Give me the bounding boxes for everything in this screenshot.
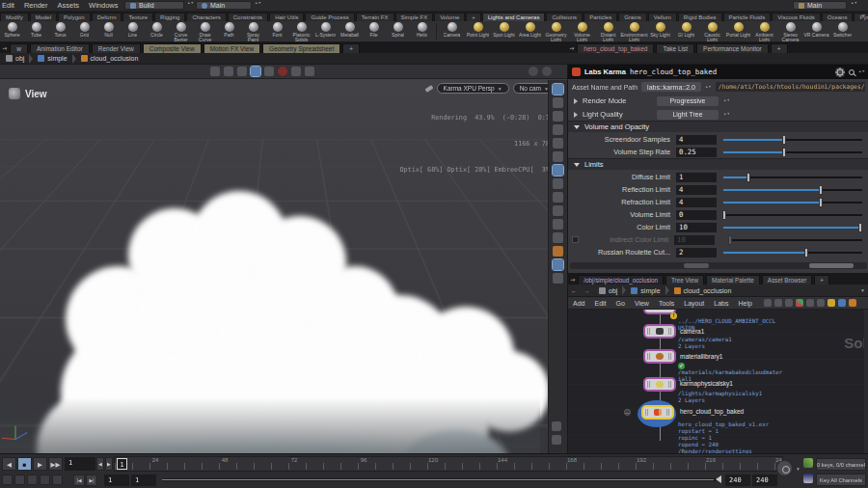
net-menu-help[interactable]: Help xyxy=(733,300,756,307)
breadcrumb-cloud-occlusion[interactable]: cloud_occlusion xyxy=(91,55,139,62)
hook-icon[interactable] xyxy=(553,124,563,135)
shelf-tab-vellum[interactable]: Vellum xyxy=(648,13,677,21)
snapshot-icon[interactable] xyxy=(553,219,563,230)
shelf-tool-environment-light[interactable]: Environment Light xyxy=(621,21,647,41)
node-materiallibrary1[interactable] xyxy=(643,349,676,364)
header-spinner[interactable]: ▲▼ xyxy=(858,70,865,73)
asset-spinner[interactable]: ▲▼ xyxy=(705,86,712,89)
scene-thumb-icon[interactable] xyxy=(803,458,813,468)
shelf-tab-particle-fluids[interactable]: Particle Fluids xyxy=(723,13,772,21)
net-crumb-cloud-occlusion[interactable]: cloud_occlusion xyxy=(684,287,732,294)
shelf-tab-rigid-bodies[interactable]: Rigid Bodies xyxy=(678,13,722,21)
shelf-tool-volume-light[interactable]: Volume Light xyxy=(569,21,595,41)
slider-handle[interactable] xyxy=(819,185,823,195)
color-wheel-icon[interactable] xyxy=(553,232,563,243)
select-mode-icon[interactable] xyxy=(553,84,563,95)
shelf-tool-area-light[interactable]: Area Light xyxy=(517,21,543,41)
asset-version-dropdown[interactable]: labs::karma::2.0 xyxy=(641,82,701,92)
shelf-tab-particles[interactable]: Particles xyxy=(583,13,617,21)
slider-handle[interactable] xyxy=(722,210,726,220)
shelf-tool-l-system[interactable]: L-System xyxy=(313,21,338,41)
grid-snap-icon[interactable] xyxy=(552,435,561,445)
breadcrumb-simple[interactable]: simple xyxy=(47,55,67,62)
net-menu-tools[interactable]: Tools xyxy=(654,300,679,307)
shelf-tool-sphere[interactable]: Sphere xyxy=(0,21,24,41)
menu-edit[interactable]: Edit xyxy=(0,1,19,10)
shelf-tool-curve-bezier[interactable]: Curve Bezier xyxy=(169,21,193,41)
param-slider[interactable] xyxy=(723,210,862,220)
section-header-volume-and-opacity[interactable]: Volume and Opacity xyxy=(568,121,868,132)
shelf-tool-spiral[interactable]: Spiral xyxy=(386,21,410,41)
shelf-tool-draw-curve[interactable]: Draw Curve xyxy=(193,21,217,41)
stop-button[interactable]: ■ xyxy=(17,457,32,471)
shelf-tool-point-light[interactable]: Point Light xyxy=(465,21,491,41)
shelf-tab-collisions[interactable]: Collisions xyxy=(546,13,583,21)
net-menu-add[interactable]: Add xyxy=(568,300,589,307)
net-menu-view[interactable]: View xyxy=(630,300,654,307)
note-blue-icon[interactable] xyxy=(838,299,846,307)
play-reverse-button[interactable]: ◀ xyxy=(2,457,16,471)
shelf-tool-grid[interactable]: Grid xyxy=(72,21,96,41)
note-orange-icon[interactable] xyxy=(849,299,856,307)
audio-scrub-icon[interactable] xyxy=(14,474,25,485)
sim-cache-icon[interactable] xyxy=(52,474,63,485)
shelf-tool-camera[interactable]: Camera xyxy=(439,21,465,41)
shelf-tab-deform[interactable]: Deform xyxy=(92,13,122,21)
render-region-icon[interactable] xyxy=(553,246,563,257)
lightbulb-icon[interactable] xyxy=(553,273,563,284)
range-end2-field[interactable]: 240 xyxy=(752,474,777,486)
wrench-icon[interactable] xyxy=(764,299,772,307)
link-icon[interactable] xyxy=(553,192,563,203)
param-slider[interactable] xyxy=(723,198,862,207)
frame-icon[interactable] xyxy=(305,67,314,76)
shelf-tab-viscous-fluids[interactable]: Viscous Fluids xyxy=(772,13,821,21)
shelf-tab-oceans[interactable]: Oceans xyxy=(822,13,854,21)
shelf-tab-modify[interactable]: Modify xyxy=(0,13,29,21)
shelf-tool-file[interactable]: File xyxy=(362,21,386,41)
render-mode-dropdown[interactable]: Progressive xyxy=(657,96,719,106)
network-canvas[interactable]: Sola ! ../../HERO_CLOUD_AMBIENT_OCCL USI… xyxy=(568,310,868,453)
desktop-main-dropdown[interactable]: Main xyxy=(196,1,252,10)
menu-windows[interactable]: Windows xyxy=(84,1,122,10)
net-tab-obj-simple-cloud-occlusion[interactable]: /obj/simple/cloud_occlusion xyxy=(578,275,664,285)
net-tab-[interactable]: + xyxy=(814,275,829,285)
renderer-dropdown[interactable]: Karma XPU Persp▼ xyxy=(437,83,509,94)
range-end-field[interactable]: 240 xyxy=(725,474,750,486)
breadcrumb-obj[interactable]: obj xyxy=(15,55,24,62)
param-slider[interactable] xyxy=(723,248,862,258)
box-select-icon[interactable] xyxy=(264,67,274,76)
shelf-tool-sky-light[interactable]: Sky Light xyxy=(647,21,673,41)
shelf-tab-terrain-fx[interactable]: Terrain FX xyxy=(356,13,394,21)
light-quality-dropdown[interactable]: Light Tree xyxy=(657,110,719,120)
shelf-tab-lights-and-cameras[interactable]: Lights and Cameras xyxy=(482,13,546,21)
lock-icon[interactable] xyxy=(553,111,563,122)
shelf-tab-model[interactable]: Model xyxy=(30,13,57,21)
shelf-tool-ambient-light[interactable]: Ambient Light xyxy=(751,21,777,41)
net-tab-asset-browser[interactable]: Asset Browser xyxy=(762,275,813,285)
yellow-marker-icon[interactable] xyxy=(553,151,563,162)
thumbs-icon[interactable] xyxy=(806,299,814,307)
param-slider[interactable] xyxy=(721,235,862,245)
magnifier-icon[interactable] xyxy=(849,69,854,75)
shelf-tool-metaball[interactable]: Metaball xyxy=(338,21,362,41)
slider-handle[interactable] xyxy=(804,248,808,258)
pane-tab-animation-editor[interactable]: Animation Editor xyxy=(30,43,90,53)
main-right-spinner[interactable]: ▲▼ xyxy=(851,2,857,5)
shelf-tool-null[interactable]: Null xyxy=(96,21,121,41)
param-value-field[interactable]: 0 xyxy=(676,210,717,220)
net-menu-go[interactable]: Go xyxy=(611,300,630,307)
pane-tab-[interactable]: + xyxy=(342,43,360,53)
range-start-field[interactable]: 1 xyxy=(104,474,129,486)
help-icon[interactable] xyxy=(542,67,552,76)
pane-tab-[interactable]: + xyxy=(771,43,788,53)
scope-icon[interactable] xyxy=(40,474,50,485)
pane-tab-w[interactable]: w xyxy=(10,43,28,53)
geometry-visibility-icon[interactable] xyxy=(553,97,563,108)
shelf-tool-tube[interactable]: Tube xyxy=(24,21,48,41)
handles-icon[interactable] xyxy=(224,67,233,76)
shelf-tool-portal-light[interactable]: Portal Light xyxy=(725,21,751,41)
material-sphere-icon[interactable] xyxy=(553,178,563,189)
shelf-tab-texture[interactable]: Texture xyxy=(122,13,153,21)
slider-handle[interactable] xyxy=(746,173,750,182)
desktop-build-dropdown[interactable]: Build xyxy=(124,1,184,10)
